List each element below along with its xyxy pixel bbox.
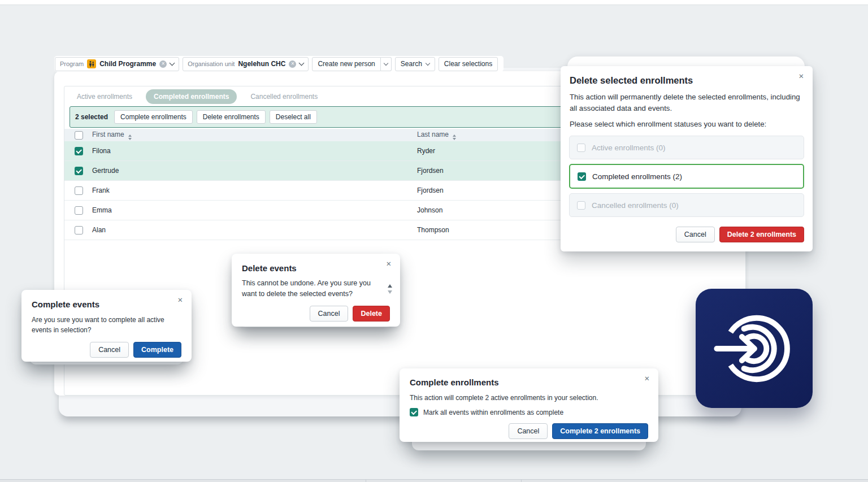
- top-window-edge: [0, 0, 868, 5]
- dialog-body: This action will complete 2 active enrol…: [410, 393, 648, 403]
- capture-app-logo-tile: [696, 289, 813, 408]
- clear-orgunit-icon[interactable]: [289, 60, 296, 68]
- chevron-down-icon[interactable]: [170, 60, 175, 66]
- close-icon[interactable]: [798, 71, 806, 79]
- clear-selections-button[interactable]: Clear selections: [439, 57, 498, 71]
- stepper-icon[interactable]: [388, 284, 392, 294]
- clear-program-icon[interactable]: [159, 60, 167, 68]
- option-label: Completed enrollments (2): [592, 172, 682, 181]
- mark-events-checkbox[interactable]: [410, 408, 418, 416]
- row-checkbox[interactable]: [75, 186, 83, 195]
- orgunit-label: Organisation unit: [188, 60, 235, 67]
- complete-enrollments-dialog: Complete enrollments This action will co…: [400, 368, 658, 442]
- complete-2-enrollments-button[interactable]: Complete 2 enrollments: [552, 423, 648, 439]
- delete-2-enrollments-button[interactable]: Delete 2 enrollments: [719, 227, 804, 242]
- create-new-person-button[interactable]: Create new person: [312, 57, 380, 71]
- option-checkbox: [577, 201, 585, 210]
- cancel-button[interactable]: Cancel: [90, 342, 129, 358]
- option-label: Cancelled enrollments (0): [592, 201, 679, 210]
- cell-first-name: Filona: [92, 147, 417, 155]
- program-selector[interactable]: Program Child Programme: [55, 57, 179, 71]
- row-checkbox[interactable]: [75, 147, 83, 155]
- delete-selected-enrollments-dialog: Delete selected enrollments This action …: [561, 66, 813, 251]
- chevron-down-icon: [384, 60, 388, 65]
- create-new-person-split-button: Create new person: [312, 57, 391, 71]
- program-value: Child Programme: [99, 60, 156, 68]
- chevron-down-icon: [426, 60, 430, 65]
- delete-button[interactable]: Delete: [353, 306, 390, 322]
- cancel-button[interactable]: Cancel: [509, 423, 548, 439]
- bottom-window-edge: [0, 479, 868, 482]
- complete-button[interactable]: Complete: [133, 342, 181, 358]
- option-checkbox: [577, 144, 585, 152]
- cell-first-name: Gertrude: [92, 167, 417, 175]
- delete-events-dialog: Delete events This cannot be undone. Are…: [232, 254, 400, 327]
- sort-icon[interactable]: [128, 134, 132, 140]
- option-cancelled-enrollments: Cancelled enrollments (0): [569, 193, 804, 217]
- cell-first-name: Frank: [92, 186, 417, 194]
- option-completed-enrollments[interactable]: Completed enrollments (2): [569, 164, 804, 189]
- delete-enrollments-button[interactable]: Delete enrollments: [197, 110, 266, 124]
- create-new-person-menu-button[interactable]: [381, 57, 392, 71]
- cell-first-name: Emma: [92, 206, 417, 214]
- close-icon[interactable]: [386, 258, 394, 266]
- chevron-down-icon[interactable]: [299, 60, 305, 66]
- row-checkbox[interactable]: [75, 206, 83, 215]
- capture-app-logo-icon: [713, 307, 796, 390]
- cancel-button[interactable]: Cancel: [676, 227, 715, 242]
- search-button[interactable]: Search: [395, 57, 435, 71]
- tab-completed-enrollments[interactable]: Completed enrollments: [146, 89, 237, 104]
- clear-selections-label: Clear selections: [444, 60, 492, 68]
- orgunit-value: Ngelehun CHC: [238, 60, 285, 68]
- mark-events-complete-row[interactable]: Mark all events within enrollments as co…: [410, 408, 648, 416]
- column-last-name-label: Last name: [417, 131, 449, 138]
- option-label: Active enrollments (0): [592, 144, 666, 152]
- row-checkbox[interactable]: [75, 167, 83, 175]
- column-first-name[interactable]: First name: [92, 131, 417, 140]
- dialog-title: Complete events: [32, 299, 181, 309]
- tab-cancelled-enrollments[interactable]: Cancelled enrollments: [250, 93, 318, 101]
- column-first-name-label: First name: [92, 131, 124, 138]
- dialog-title: Complete enrollments: [410, 377, 648, 387]
- search-label: Search: [401, 60, 422, 68]
- close-icon[interactable]: [177, 294, 185, 302]
- dialog-body: This action will permanently delete the …: [570, 92, 804, 114]
- complete-enrollments-button[interactable]: Complete enrollments: [114, 110, 193, 124]
- capture-app-promo-canvas: Program Child Programme Organisation uni…: [0, 0, 868, 482]
- sort-icon[interactable]: [453, 134, 456, 140]
- child-programme-icon: [87, 59, 96, 68]
- deselect-all-button[interactable]: Deselect all: [270, 110, 317, 124]
- tab-active-enrollments[interactable]: Active enrollments: [77, 93, 132, 101]
- context-toolbar: Program Child Programme Organisation uni…: [54, 56, 504, 72]
- close-icon[interactable]: [644, 373, 652, 381]
- program-label: Program: [60, 60, 84, 67]
- dialog-body: Please select which enrollment statuses …: [570, 119, 804, 130]
- select-all-checkbox[interactable]: [75, 131, 83, 140]
- orgunit-selector[interactable]: Organisation unit Ngelehun CHC: [183, 57, 309, 71]
- create-new-person-label: Create new person: [318, 60, 375, 68]
- dialog-title: Delete selected enrollments: [570, 75, 804, 86]
- option-active-enrollments: Active enrollments (0): [569, 136, 804, 159]
- complete-events-dialog: Complete events Are you sure you want to…: [21, 290, 192, 362]
- option-checkbox[interactable]: [578, 172, 586, 181]
- dialog-body: This cannot be undone. Are you sure you …: [242, 278, 381, 299]
- dialog-body: Are you sure you want to complete all ac…: [32, 315, 174, 335]
- mark-events-label: Mark all events within enrollments as co…: [423, 409, 563, 416]
- cancel-button[interactable]: Cancel: [310, 306, 349, 322]
- selected-count: 2 selected: [75, 113, 108, 121]
- row-checkbox[interactable]: [75, 226, 83, 235]
- dialog-title: Delete events: [242, 263, 390, 273]
- cell-first-name: Alan: [92, 226, 417, 234]
